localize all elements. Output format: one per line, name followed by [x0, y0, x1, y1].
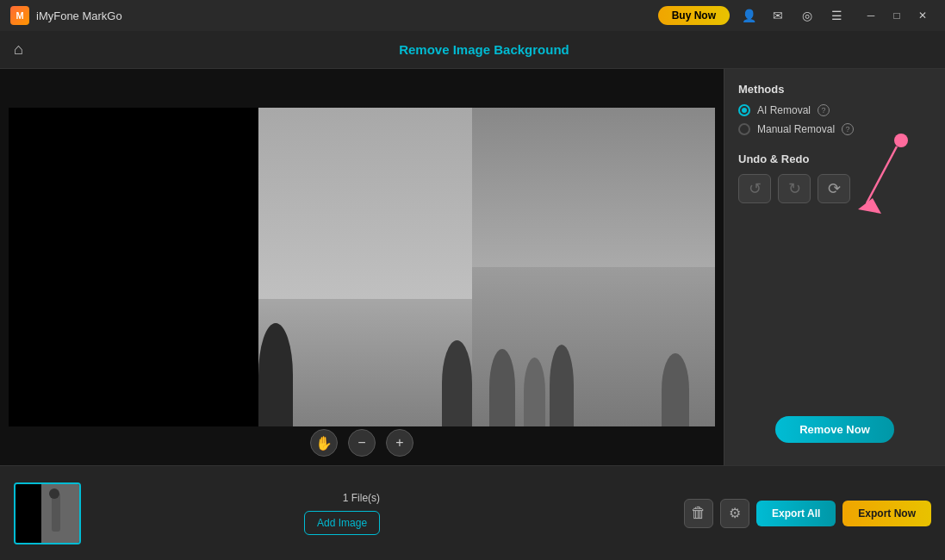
user-icon[interactable]: 👤	[737, 3, 761, 28]
ai-removal-label: AI Removal	[757, 104, 811, 116]
add-image-button[interactable]: Add Image	[304, 511, 380, 535]
app-logo-icon: M	[10, 6, 29, 25]
menu-icon[interactable]: ☰	[824, 3, 849, 28]
ai-removal-option[interactable]: AI Removal ?	[738, 104, 931, 116]
bottom-bar: 1 File(s) Add Image 🗑 ⚙ Export All Expor…	[0, 465, 945, 560]
thumbnail-strip	[14, 482, 290, 544]
buy-now-button[interactable]: Buy Now	[658, 6, 730, 25]
undo-button[interactable]: ↺	[738, 174, 771, 203]
window-controls: ─ □ ✕	[859, 3, 935, 28]
manual-removal-label: Manual Removal	[757, 123, 835, 135]
remove-now-button[interactable]: Remove Now	[775, 416, 894, 443]
nav-bar: ⌂ Remove Image Background	[0, 31, 945, 69]
manual-removal-help-icon[interactable]: ?	[842, 123, 854, 135]
canvas-area: ✋ − +	[0, 69, 724, 465]
methods-section: Methods AI Removal ? Manual Removal ?	[738, 83, 931, 142]
export-now-button[interactable]: Export Now	[842, 501, 931, 526]
image-left-bg	[9, 108, 258, 426]
remove-now-area: Remove Now	[738, 214, 931, 451]
undo-redo-buttons: ↺ ↻ ⟳	[738, 174, 931, 203]
ai-removal-help-icon[interactable]: ?	[818, 104, 830, 116]
minimize-button[interactable]: ─	[859, 3, 883, 28]
bg-figure-3	[550, 345, 574, 426]
bg-figure-1	[489, 349, 515, 426]
page-title: Remove Image Background	[37, 42, 931, 57]
title-icons: 👤 ✉ ◎ ☰	[737, 3, 849, 28]
title-bar: M iMyFone MarkGo Buy Now 👤 ✉ ◎ ☰ ─ □ ✕	[0, 0, 945, 31]
app-title: iMyFone MarkGo	[36, 9, 651, 22]
image-display[interactable]	[9, 108, 715, 426]
file-count: 1 File(s)	[343, 492, 380, 506]
pan-tool-button[interactable]: ✋	[310, 429, 338, 457]
redo-button[interactable]: ↻	[778, 174, 811, 203]
zoom-out-button[interactable]: −	[348, 429, 376, 457]
thumbnail-preview	[16, 484, 79, 543]
main-content: ✋ − + Methods AI Removal ? Manual Remova…	[0, 69, 945, 465]
bg-figure-4	[662, 353, 689, 426]
image-center	[258, 108, 472, 426]
image-right	[472, 108, 715, 426]
close-button[interactable]: ✕	[911, 3, 935, 28]
undo-redo-section: Undo & Redo ↺ ↻ ⟳	[738, 152, 931, 203]
canvas-controls: ✋ − +	[310, 429, 413, 457]
ai-removal-radio[interactable]	[738, 104, 750, 116]
manual-removal-option[interactable]: Manual Removal ?	[738, 123, 931, 135]
bg-figure-2	[524, 358, 545, 426]
help-circle-icon[interactable]: ◎	[795, 3, 819, 28]
export-all-button[interactable]: Export All	[756, 501, 836, 526]
delete-button[interactable]: 🗑	[684, 499, 713, 528]
crowd-figure-left	[258, 323, 293, 426]
home-icon[interactable]: ⌂	[14, 40, 23, 59]
background-buildings	[258, 108, 472, 299]
bottom-right-controls: 🗑 ⚙ Export All Export Now	[684, 499, 931, 528]
manual-removal-radio[interactable]	[738, 123, 750, 135]
mail-icon[interactable]: ✉	[766, 3, 790, 28]
reset-button[interactable]: ⟳	[818, 174, 850, 203]
maximize-button[interactable]: □	[885, 3, 909, 28]
settings-button[interactable]: ⚙	[720, 499, 749, 528]
bottom-left-controls: 1 File(s) Add Image	[304, 492, 380, 535]
undo-redo-label: Undo & Redo	[738, 152, 931, 165]
crowd-figure-right	[442, 340, 472, 426]
right-panel: Methods AI Removal ? Manual Removal ? Un…	[724, 69, 945, 465]
thumbnail-item[interactable]	[14, 482, 81, 544]
right-sky	[472, 108, 715, 267]
zoom-in-button[interactable]: +	[386, 429, 413, 457]
methods-label: Methods	[738, 83, 931, 96]
